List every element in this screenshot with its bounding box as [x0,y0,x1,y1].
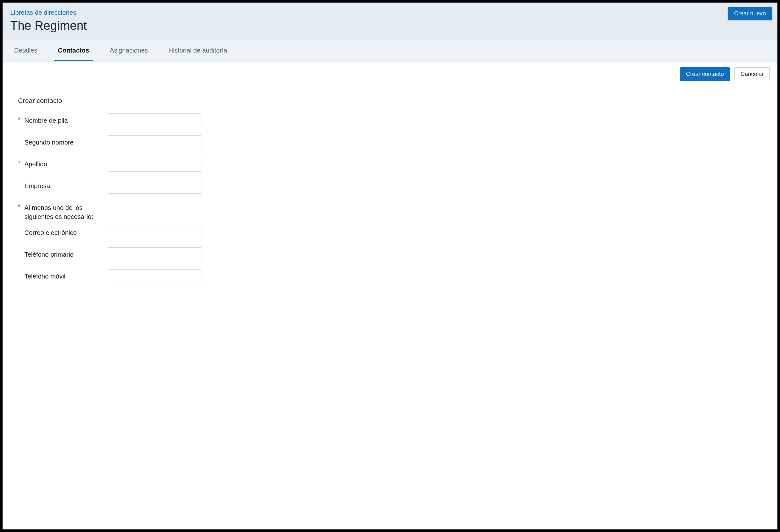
first-name-input[interactable] [108,113,201,128]
page-header: Libretas de direcciones The Regiment Cre… [3,3,777,40]
required-mark: * [18,116,25,123]
company-input[interactable] [108,179,201,194]
primary-phone-label: Teléfono primario [25,250,74,259]
form-row-last-name: * Apellido [18,157,762,172]
email-input[interactable] [108,226,201,241]
email-label: Correo electrónico [25,228,77,237]
form-note: Al menos uno de los siguientes es necesa… [25,203,108,221]
create-contact-button[interactable]: Crear contacto [680,67,730,81]
middle-name-label: Segundo nombre [25,138,74,147]
page-title: The Regiment [10,19,770,33]
form-title: Crear contacto [18,97,762,104]
mobile-phone-input[interactable] [108,269,201,284]
primary-phone-input[interactable] [108,248,201,262]
form-row-middle-name: Segundo nombre [18,135,762,150]
breadcrumb-link[interactable]: Libretas de direcciones [10,9,76,16]
tab-detalles[interactable]: Detalles [10,40,41,61]
form-row-first-name: * Nombre de pila [18,113,762,128]
tab-asignaciones[interactable]: Asignaciones [106,40,152,61]
app-container: Libretas de direcciones The Regiment Cre… [3,3,777,529]
middle-name-input[interactable] [108,135,201,150]
tabs-bar: Detalles Contactos Asignaciones Historia… [3,40,777,61]
mobile-phone-label: Teléfono móvil [25,272,65,281]
required-mark: * [18,203,25,211]
last-name-input[interactable] [108,157,201,172]
create-new-button[interactable]: Crear nuevo [728,7,772,20]
company-label: Empresa [25,181,50,191]
last-name-label: Apellido [25,160,47,169]
form-row-mobile-phone: Teléfono móvil [18,269,762,284]
form-row-company: Empresa [18,179,762,194]
first-name-label: Nombre de pila [25,116,68,125]
required-mark: * [18,160,25,167]
form-row-primary-phone: Teléfono primario [18,248,762,262]
form-row-email: Correo electrónico [18,226,762,241]
form-note-row: * Al menos uno de los siguientes es nece… [18,201,762,221]
tab-contactos[interactable]: Contactos [54,40,93,61]
action-bar: Crear contacto Cancelar [3,61,777,87]
cancel-button[interactable]: Cancelar [734,67,770,81]
form-section: Crear contacto * Nombre de pila Segundo … [3,87,777,301]
tab-historial-auditoria[interactable]: Historial de auditoría [164,40,231,61]
